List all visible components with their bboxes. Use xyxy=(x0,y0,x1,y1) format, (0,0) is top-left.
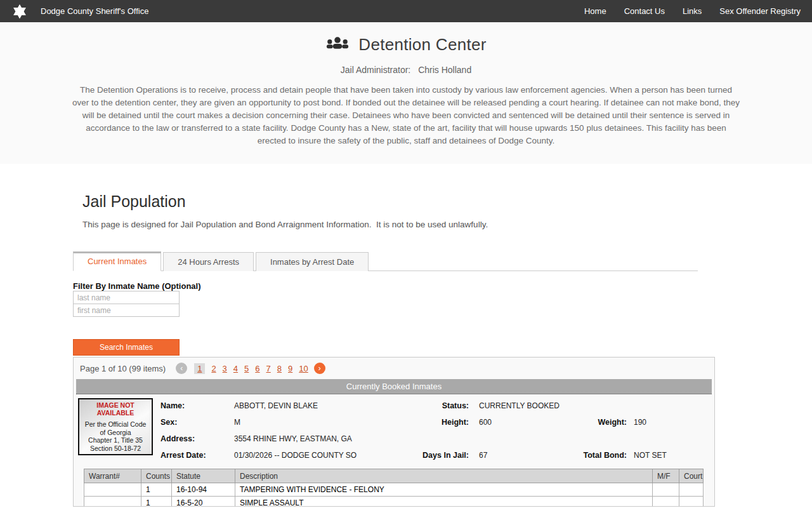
charge-statute: 16-5-20 xyxy=(172,497,235,507)
charge-mf xyxy=(653,497,679,507)
nav-home-link[interactable]: Home xyxy=(584,6,606,16)
charge-mf xyxy=(653,483,679,497)
brand: Dodge County Sheriff's Office xyxy=(11,3,148,20)
results-panel: Page 1 of 10 (99 items) ‹ 1 2 3 4 5 6 7 … xyxy=(73,357,715,507)
charge-description: SIMPLE ASSAULT xyxy=(235,497,653,507)
address-value: 3554 RHINE HWY, EASTMAN, GA xyxy=(234,434,412,443)
pagination-page-4[interactable]: 4 xyxy=(233,364,238,373)
pagination-bar: Page 1 of 10 (99 items) ‹ 1 2 3 4 5 6 7 … xyxy=(74,358,714,379)
pagination-page-5[interactable]: 5 xyxy=(244,364,249,373)
arrest-date-label: Arrest Date: xyxy=(160,451,234,460)
status-value: CURRENTLY BOOKED xyxy=(469,401,576,410)
brand-title-text: Dodge County Sheriff's Office xyxy=(41,6,148,16)
charge-court xyxy=(679,497,704,507)
search-inmates-button[interactable]: Search Inmates xyxy=(73,339,180,356)
pagination-prev-icon[interactable]: ‹ xyxy=(176,363,187,374)
photo-legal-line: Section 50-18-72 xyxy=(79,444,152,453)
weight-value: 190 xyxy=(627,418,646,427)
col-court: Court xyxy=(679,469,704,483)
inmate-photo-placeholder: IMAGE NOT AVAILABLE Per the Official Cod… xyxy=(78,398,153,455)
hero-section: Detention Center Jail Administrator: Chr… xyxy=(0,22,812,164)
detention-description: The Detention Operations is to receive, … xyxy=(70,84,742,147)
admin-label: Jail Administrator: xyxy=(341,65,410,75)
charge-row: 1 16-5-20 SIMPLE ASSAULT xyxy=(84,497,704,507)
photo-legal-line: Per the Official Code xyxy=(79,420,152,429)
nav-contact-link[interactable]: Contact Us xyxy=(624,6,665,16)
pagination-summary: Page 1 of 10 (99 items) xyxy=(80,364,166,373)
page-title: Detention Center xyxy=(358,35,486,55)
top-navigation-bar: Dodge County Sheriff's Office Home Conta… xyxy=(0,0,812,22)
sex-label: Sex: xyxy=(160,418,234,427)
days-in-jail-label: Days In Jail: xyxy=(412,451,469,460)
jail-administrator-line: Jail Administrator: Chris Holland xyxy=(0,65,812,75)
col-warrant: Warrant# xyxy=(84,469,141,483)
charge-counts: 1 xyxy=(141,497,172,507)
sex-value: M xyxy=(234,418,412,427)
last-name-input[interactable] xyxy=(73,291,180,304)
photo-legal-line: of Georgia xyxy=(79,429,152,437)
top-nav-links: Home Contact Us Links Sex Offender Regis… xyxy=(584,6,801,16)
height-value: 600 xyxy=(469,418,576,427)
col-counts: Counts xyxy=(141,469,172,483)
total-bond-value: NOT SET xyxy=(627,451,667,460)
status-label: Status: xyxy=(412,401,469,410)
weight-label: Weight: xyxy=(576,418,627,427)
charge-warrant xyxy=(84,497,141,507)
photo-not-available-text: IMAGE NOT AVAILABLE xyxy=(79,401,152,417)
tab-strip: Current Inmates 24 Hours Arrests Inmates… xyxy=(73,251,698,271)
inmate-fields: Name: ABBOTT, DEVIN BLAKE Status: CURREN… xyxy=(160,398,712,460)
photo-legal-text: Per the Official Code of Georgia Chapter… xyxy=(79,420,152,452)
name-label: Name: xyxy=(160,401,234,410)
main-content: Jail Population This page is designed fo… xyxy=(0,164,812,507)
pagination-page-1[interactable]: 1 xyxy=(194,363,205,374)
nav-links-link[interactable]: Links xyxy=(683,6,702,16)
pagination-next-icon[interactable]: › xyxy=(314,363,325,374)
tab-inmates-by-arrest-date[interactable]: Inmates by Arrest Date xyxy=(256,252,369,271)
charge-court xyxy=(679,483,704,497)
pagination-page-2[interactable]: 2 xyxy=(211,364,216,373)
col-mf: M/F xyxy=(653,469,679,483)
col-statute: Statute xyxy=(172,469,235,483)
name-value: ABBOTT, DEVIN BLAKE xyxy=(234,401,412,410)
filter-label: Filter By Inmate Name (Optional) xyxy=(73,281,812,291)
address-label: Address: xyxy=(160,434,234,443)
charge-row: 1 16-10-94 TAMPERING WITH EVIDENCE - FEL… xyxy=(84,483,704,497)
first-name-input[interactable] xyxy=(73,304,180,317)
charge-counts: 1 xyxy=(141,483,172,497)
inmate-record: IMAGE NOT AVAILABLE Per the Official Cod… xyxy=(74,394,714,469)
jail-population-heading: Jail Population xyxy=(82,192,812,211)
height-label: Height: xyxy=(412,418,469,427)
total-bond-label: Total Bond: xyxy=(576,451,627,460)
admin-name: Chris Holland xyxy=(418,65,471,75)
col-description: Description xyxy=(235,469,653,483)
jail-population-subtitle: This page is designed for Jail Populatio… xyxy=(82,220,812,229)
pagination-page-8[interactable]: 8 xyxy=(277,364,282,373)
nav-sex-offender-registry-link[interactable]: Sex Offender Registry xyxy=(719,6,801,16)
pagination-page-10[interactable]: 10 xyxy=(299,364,308,373)
currently-booked-header: Currently Booked Inmates xyxy=(76,379,712,394)
pagination-page-6[interactable]: 6 xyxy=(255,364,259,373)
pagination-page-7[interactable]: 7 xyxy=(266,364,271,373)
charge-statute: 16-10-94 xyxy=(172,483,235,497)
tab-24-hours-arrests[interactable]: 24 Hours Arrests xyxy=(163,252,254,271)
charges-header-row: Warrant# Counts Statute Description M/F … xyxy=(84,469,704,483)
charge-description: TAMPERING WITH EVIDENCE - FELONY xyxy=(235,483,653,497)
pagination-page-9[interactable]: 9 xyxy=(288,364,292,373)
charges-table: Warrant# Counts Statute Description M/F … xyxy=(84,469,704,507)
arrest-date-value: 01/30/2026 -- DODGE COUNTY SO xyxy=(234,451,412,460)
charge-warrant xyxy=(84,483,141,497)
tab-current-inmates[interactable]: Current Inmates xyxy=(73,251,161,271)
pagination-page-3[interactable]: 3 xyxy=(223,364,227,373)
days-in-jail-value: 67 xyxy=(469,451,576,460)
sheriff-star-icon xyxy=(11,3,28,20)
photo-legal-line: Chapter 1, Title 35 xyxy=(79,436,152,444)
users-icon xyxy=(325,36,350,55)
